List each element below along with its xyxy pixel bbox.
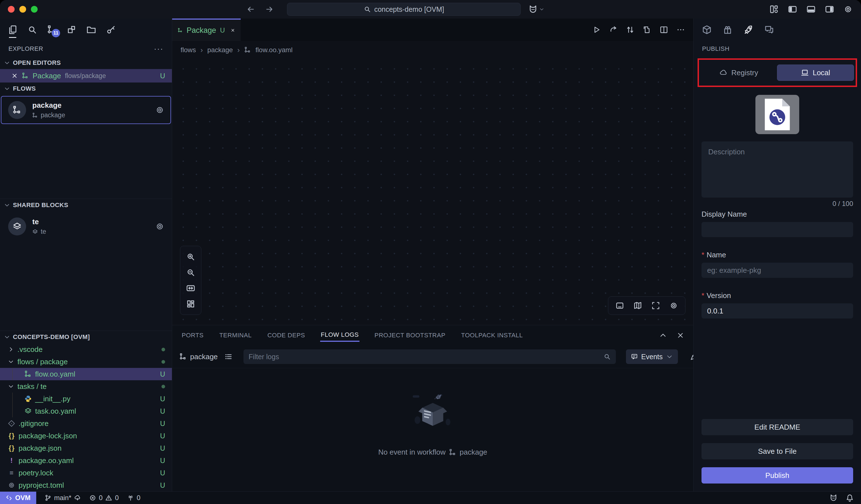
name-label: Name — [707, 251, 726, 259]
git-branch-status[interactable]: main* — [45, 494, 81, 502]
local-toggle-option[interactable]: Local — [777, 65, 854, 81]
more-actions-icon[interactable] — [676, 26, 685, 34]
auto-layout-icon[interactable] — [186, 299, 195, 308]
display-name-input[interactable] — [701, 222, 853, 237]
close-tab-icon[interactable] — [231, 27, 235, 34]
window-controls — [0, 6, 50, 13]
tree-item-task-oo-yaml[interactable]: task.oo.yaml U — [0, 405, 172, 417]
filter-logs-input[interactable]: Filter logs — [244, 349, 616, 364]
close-window-button[interactable] — [8, 6, 15, 13]
tree-item-pyproject-toml[interactable]: pyproject.toml U — [0, 479, 172, 491]
search-activity-button[interactable] — [28, 25, 37, 34]
tree-item-package-json[interactable]: { } package.json U — [0, 442, 172, 454]
layers-icon — [32, 229, 38, 235]
history-back-icon[interactable] — [247, 5, 255, 13]
canvas-settings-icon[interactable] — [669, 302, 678, 310]
version-input[interactable] — [701, 303, 853, 319]
tree-item-tasks-te[interactable]: tasks / te — [0, 380, 172, 393]
tree-item-poetry-lock[interactable]: ≡ poetry.lock U — [0, 467, 172, 479]
command-center-search[interactable]: concepts-demo [OVM] — [287, 3, 521, 16]
flow-settings-button[interactable] — [155, 106, 164, 114]
flows-activity-button[interactable]: 11 — [47, 25, 57, 34]
open-editor-item[interactable]: Package flows/package U — [0, 69, 172, 83]
package-box-icon[interactable] — [702, 25, 712, 34]
edit-readme-button[interactable]: Edit README — [701, 419, 853, 435]
tree-item-gitignore[interactable]: .gitignore U — [0, 417, 172, 430]
tab-ports[interactable]: PORTS — [181, 330, 204, 341]
toggle-secondary-sidebar-icon[interactable] — [825, 5, 834, 14]
export-file-icon[interactable] — [643, 26, 651, 34]
tree-item-init-py[interactable]: __init__.py U — [0, 393, 172, 405]
shared-block-card-te[interactable]: te te — [1, 212, 171, 240]
secrets-activity-button[interactable] — [106, 25, 116, 34]
breadcrumb-separator: › — [201, 46, 203, 54]
breadcrumb-flows[interactable]: flows — [180, 46, 196, 54]
breadcrumb-file[interactable]: flow.oo.yaml — [256, 46, 292, 54]
close-panel-icon[interactable] — [676, 332, 684, 339]
run-flow-icon[interactable] — [592, 26, 601, 34]
explorer-more-button[interactable]: ··· — [154, 44, 163, 53]
toggle-panel-icon[interactable] — [616, 302, 624, 310]
tree-item-package-lock-json[interactable]: { } package-lock.json U — [0, 430, 172, 442]
toggle-sidebar-icon[interactable] — [788, 5, 797, 14]
publish-title: PUBLISH — [694, 41, 861, 57]
gift-icon[interactable] — [723, 25, 733, 34]
settings-gear-icon[interactable] — [844, 5, 852, 14]
notifications-bell-icon[interactable] — [846, 494, 854, 502]
cat-icon[interactable] — [830, 494, 837, 502]
remote-indicator[interactable]: OVM — [0, 492, 36, 504]
tab-flow-logs[interactable]: FLOW LOGS — [320, 329, 359, 342]
package-icon-thumbnail[interactable] — [755, 95, 799, 134]
tree-item-package-oo-yaml[interactable]: ! package.oo.yaml U — [0, 454, 172, 467]
blocks-activity-button[interactable] — [67, 25, 77, 34]
tree-item-flow-oo-yaml[interactable]: flow.oo.yaml U — [0, 368, 172, 380]
tab-project-bootstrap[interactable]: PROJECT BOOTSTRAP — [374, 330, 446, 341]
publish-button[interactable]: Publish — [701, 467, 853, 484]
open-editor-name: Package — [32, 72, 61, 80]
assistant-menu[interactable] — [529, 5, 544, 14]
close-icon[interactable] — [11, 72, 18, 79]
sync-icon[interactable] — [626, 26, 634, 34]
zoom-in-icon[interactable] — [186, 252, 195, 261]
workflow-selector[interactable]: package — [179, 352, 218, 361]
flow-card-package[interactable]: package package — [1, 96, 171, 124]
tab-terminal[interactable]: TERMINAL — [219, 330, 252, 341]
tab-package[interactable]: Package U — [172, 18, 241, 41]
search-icon — [364, 5, 371, 13]
rerun-icon[interactable] — [609, 26, 617, 34]
tab-code-deps[interactable]: CODE DEPS — [267, 330, 305, 341]
save-to-file-button[interactable]: Save to File — [701, 443, 853, 459]
explorer-activity-button[interactable] — [8, 25, 17, 34]
toggle-panel-icon[interactable] — [807, 5, 816, 14]
chat-icon[interactable] — [764, 25, 774, 34]
breadcrumb-package[interactable]: package — [207, 46, 233, 54]
tree-item-flows-package[interactable]: flows / package — [0, 355, 172, 368]
description-textarea[interactable] — [701, 141, 853, 198]
flow-canvas[interactable] — [172, 59, 693, 325]
zoom-out-icon[interactable] — [186, 268, 195, 277]
log-list-toggle[interactable] — [224, 353, 232, 361]
ports-status[interactable]: 0 — [127, 494, 140, 502]
folder-activity-button[interactable] — [86, 25, 96, 34]
split-editor-icon[interactable] — [660, 26, 668, 34]
maximize-panel-icon[interactable] — [659, 332, 667, 339]
history-forward-icon[interactable] — [265, 5, 274, 13]
registry-toggle-option[interactable]: Registry — [701, 65, 777, 81]
open-editors-header[interactable]: OPEN EDITORS — [0, 57, 172, 69]
shared-blocks-header[interactable]: SHARED BLOCKS — [0, 199, 172, 211]
maximize-window-button[interactable] — [31, 6, 38, 13]
name-input[interactable] — [701, 263, 853, 278]
minimize-window-button[interactable] — [19, 6, 26, 13]
customize-layout-icon[interactable] — [769, 5, 778, 14]
flows-header[interactable]: FLOWS — [0, 83, 172, 95]
tree-item-vscode[interactable]: .vscode — [0, 343, 172, 355]
minimap-icon[interactable] — [633, 302, 642, 310]
block-settings-button[interactable] — [155, 222, 164, 231]
publish-rocket-icon[interactable] — [743, 25, 753, 34]
fullscreen-icon[interactable] — [652, 302, 660, 310]
events-dropdown[interactable]: Events — [626, 349, 678, 364]
project-tree-header[interactable]: CONCEPTS-DEMO [OVM] — [0, 331, 172, 343]
fit-width-icon[interactable] — [186, 284, 195, 293]
tab-toolpack-install[interactable]: TOOLPACK INSTALL — [461, 330, 523, 341]
problems-status[interactable]: 0 0 — [89, 494, 119, 502]
